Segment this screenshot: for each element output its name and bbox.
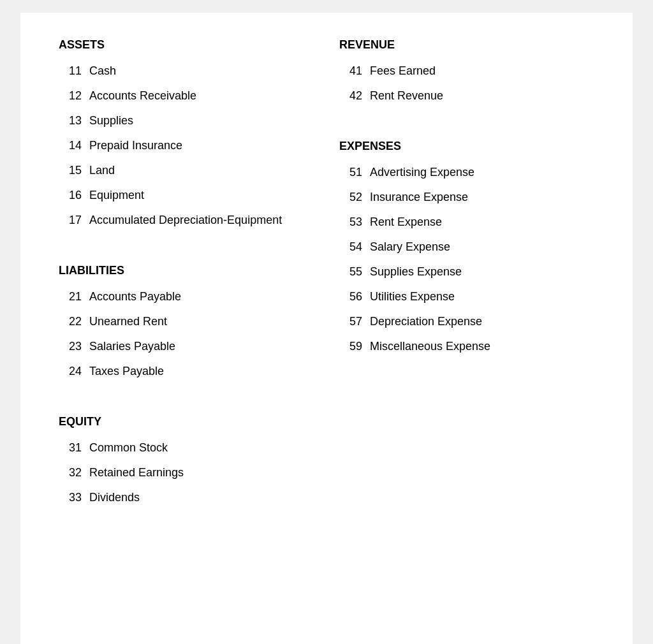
account-item-51: 51Advertising Expense <box>339 166 594 179</box>
account-item-14: 14Prepaid Insurance <box>59 139 314 152</box>
account-number-42: 42 <box>339 89 362 103</box>
account-number-41: 41 <box>339 64 362 78</box>
account-name-13: Supplies <box>89 114 133 128</box>
account-item-41: 41Fees Earned <box>339 64 594 78</box>
account-item-13: 13Supplies <box>59 114 314 128</box>
account-item-31: 31Common Stock <box>59 441 314 455</box>
account-name-42: Rent Revenue <box>370 89 443 103</box>
account-name-14: Prepaid Insurance <box>89 139 182 152</box>
account-item-57: 57Depreciation Expense <box>339 315 594 328</box>
account-number-21: 21 <box>59 290 82 304</box>
account-number-24: 24 <box>59 365 82 378</box>
account-name-57: Depreciation Expense <box>370 315 482 328</box>
account-item-53: 53Rent Expense <box>339 216 594 229</box>
account-name-32: Retained Earnings <box>89 466 184 479</box>
account-item-11: 11Cash <box>59 64 314 78</box>
account-item-21: 21Accounts Payable <box>59 290 314 304</box>
account-number-31: 31 <box>59 441 82 455</box>
section-title-equity: EQUITY <box>59 415 314 428</box>
account-number-33: 33 <box>59 491 82 504</box>
right-column: REVENUE41Fees Earned42Rent RevenueEXPENS… <box>339 38 594 631</box>
account-number-32: 32 <box>59 466 82 479</box>
account-number-15: 15 <box>59 164 82 177</box>
account-name-12: Accounts Receivable <box>89 89 196 103</box>
account-item-55: 55Supplies Expense <box>339 265 594 279</box>
account-number-52: 52 <box>339 191 362 204</box>
account-item-15: 15Land <box>59 164 314 177</box>
account-name-52: Insurance Expense <box>370 191 468 204</box>
account-number-56: 56 <box>339 290 362 304</box>
account-item-42: 42Rent Revenue <box>339 89 594 103</box>
account-number-54: 54 <box>339 240 362 254</box>
account-name-53: Rent Expense <box>370 216 442 229</box>
account-name-11: Cash <box>89 64 116 78</box>
account-name-31: Common Stock <box>89 441 168 455</box>
account-item-59: 59Miscellaneous Expense <box>339 340 594 353</box>
account-name-23: Salaries Payable <box>89 340 175 353</box>
account-name-33: Dividends <box>89 491 140 504</box>
section-revenue: REVENUE41Fees Earned42Rent Revenue <box>339 38 594 114</box>
account-name-41: Fees Earned <box>370 64 436 78</box>
account-name-51: Advertising Expense <box>370 166 474 179</box>
account-number-14: 14 <box>59 139 82 152</box>
section-title-liabilities: LIABILITIES <box>59 264 314 277</box>
account-number-17: 17 <box>59 214 82 227</box>
account-number-23: 23 <box>59 340 82 353</box>
account-item-52: 52Insurance Expense <box>339 191 594 204</box>
account-item-33: 33Dividends <box>59 491 314 504</box>
account-item-54: 54Salary Expense <box>339 240 594 254</box>
section-title-revenue: REVENUE <box>339 38 594 52</box>
account-number-51: 51 <box>339 166 362 179</box>
account-item-12: 12Accounts Receivable <box>59 89 314 103</box>
account-name-59: Miscellaneous Expense <box>370 340 490 353</box>
account-name-55: Supplies Expense <box>370 265 462 279</box>
account-number-59: 59 <box>339 340 362 353</box>
section-title-assets: ASSETS <box>59 38 314 52</box>
account-number-12: 12 <box>59 89 82 103</box>
account-name-17: Accumulated Depreciation-Equipment <box>89 214 282 227</box>
section-title-expenses: EXPENSES <box>339 140 594 153</box>
account-name-56: Utilities Expense <box>370 290 455 304</box>
section-assets: ASSETS11Cash12Accounts Receivable13Suppl… <box>59 38 314 238</box>
account-number-55: 55 <box>339 265 362 279</box>
section-liabilities: LIABILITIES21Accounts Payable22Unearned … <box>59 264 314 390</box>
section-equity: EQUITY31Common Stock32Retained Earnings3… <box>59 415 314 516</box>
account-name-16: Equipment <box>89 189 144 202</box>
account-number-11: 11 <box>59 64 82 78</box>
account-number-53: 53 <box>339 216 362 229</box>
account-number-16: 16 <box>59 189 82 202</box>
account-name-21: Accounts Payable <box>89 290 181 304</box>
account-name-15: Land <box>89 164 115 177</box>
account-item-24: 24Taxes Payable <box>59 365 314 378</box>
account-number-22: 22 <box>59 315 82 328</box>
account-item-22: 22Unearned Rent <box>59 315 314 328</box>
account-name-22: Unearned Rent <box>89 315 167 328</box>
account-number-13: 13 <box>59 114 82 128</box>
account-item-23: 23Salaries Payable <box>59 340 314 353</box>
account-item-17: 17Accumulated Depreciation-Equipment <box>59 214 314 227</box>
section-expenses: EXPENSES51Advertising Expense52Insurance… <box>339 140 594 365</box>
account-item-56: 56Utilities Expense <box>339 290 594 304</box>
account-name-24: Taxes Payable <box>89 365 164 378</box>
account-name-54: Salary Expense <box>370 240 450 254</box>
account-item-16: 16Equipment <box>59 189 314 202</box>
left-column: ASSETS11Cash12Accounts Receivable13Suppl… <box>59 38 314 631</box>
page-container: ASSETS11Cash12Accounts Receivable13Suppl… <box>20 13 633 644</box>
account-item-32: 32Retained Earnings <box>59 466 314 479</box>
account-number-57: 57 <box>339 315 362 328</box>
